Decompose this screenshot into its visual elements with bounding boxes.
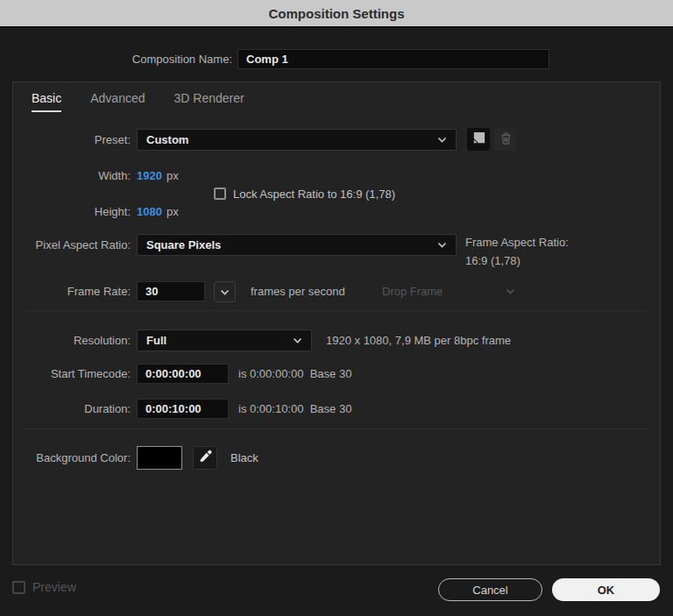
preview-row: Preview — [12, 580, 76, 594]
chevron-down-icon — [437, 137, 447, 143]
resolution-label: Resolution: — [13, 334, 131, 347]
pixel-aspect-ratio-dropdown[interactable]: Square Pixels — [137, 234, 457, 256]
dialog-titlebar: Composition Settings — [0, 0, 673, 28]
width-label: Width: — [13, 169, 131, 182]
preset-value: Custom — [146, 133, 188, 146]
duration-row: Duration: is 0:00:10:00 Base 30 — [13, 399, 351, 419]
preview-checkbox[interactable] — [12, 581, 25, 594]
resolution-dropdown[interactable]: Full — [137, 329, 312, 351]
tab-basic[interactable]: Basic — [32, 91, 61, 112]
frame-rate-dropdown-button[interactable] — [214, 281, 236, 302]
pixel-aspect-ratio-value: Square Pixels — [146, 238, 221, 251]
duration-info: is 0:00:10:00 Base 30 — [238, 402, 351, 415]
chevron-down-icon — [506, 288, 515, 294]
eyedropper-button[interactable] — [193, 446, 217, 470]
frame-rate-unit: frames per second — [251, 285, 345, 298]
preset-dropdown[interactable]: Custom — [137, 129, 457, 151]
settings-panel: Basic Advanced 3D Renderer Preset: Custo… — [12, 81, 661, 565]
composition-name-label: Composition Name: — [0, 53, 232, 66]
duration-label: Duration: — [13, 402, 131, 415]
background-color-row: Background Color: Black — [13, 445, 259, 470]
dialog-title: Composition Settings — [269, 6, 405, 21]
tab-3d-renderer[interactable]: 3D Renderer — [174, 91, 244, 112]
delete-preset-button[interactable] — [494, 128, 517, 151]
lock-aspect-label: Lock Aspect Ratio to 16:9 (1,78) — [233, 188, 395, 201]
chevron-down-icon — [220, 285, 230, 298]
chevron-down-icon — [293, 337, 302, 343]
frame-rate-row: Frame Rate: frames per second — [13, 280, 345, 302]
section-divider — [23, 428, 650, 429]
frame-rate-label: Frame Rate: — [13, 285, 131, 298]
height-label: Height: — [13, 205, 131, 218]
start-timecode-info: is 0:00:00:00 Base 30 — [238, 367, 351, 380]
preset-row: Preset: Custom — [13, 128, 517, 151]
lock-aspect-checkbox[interactable] — [214, 188, 226, 200]
width-unit: px — [166, 169, 179, 182]
cancel-button[interactable]: Cancel — [438, 578, 542, 601]
chevron-down-icon — [437, 242, 447, 248]
composition-name-row: Composition Name: — [0, 49, 673, 69]
background-color-name: Black — [230, 451, 259, 464]
section-divider — [23, 310, 650, 311]
drop-frame-dropdown: Drop Frame — [382, 280, 515, 302]
background-color-label: Background Color: — [13, 451, 131, 464]
save-preset-button[interactable] — [467, 128, 490, 151]
duration-input[interactable] — [137, 399, 229, 419]
resolution-row: Resolution: Full 1920 x 1080, 7,9 MB per… — [13, 329, 511, 351]
trash-icon — [499, 131, 513, 148]
resolution-info: 1920 x 1080, 7,9 MB per 8bpc frame — [326, 334, 511, 347]
pixel-aspect-ratio-label: Pixel Aspect Ratio: — [13, 238, 131, 251]
height-row: Height: 1080 px — [13, 202, 179, 220]
start-timecode-input[interactable] — [137, 364, 229, 384]
width-row: Width: 1920 px — [13, 166, 179, 184]
frame-rate-input[interactable] — [137, 281, 205, 301]
height-value[interactable]: 1080 — [137, 205, 162, 218]
tab-advanced[interactable]: Advanced — [90, 91, 145, 112]
frame-aspect-ratio-value: 16:9 (1,78) — [465, 251, 569, 270]
start-timecode-label: Start Timecode: — [13, 367, 131, 380]
height-unit: px — [166, 205, 179, 218]
lock-aspect-row: Lock Aspect Ratio to 16:9 (1,78) — [214, 186, 395, 202]
drop-frame-label: Drop Frame — [382, 285, 443, 298]
resolution-value: Full — [146, 334, 166, 347]
pixel-aspect-ratio-row: Pixel Aspect Ratio: Square Pixels — [13, 233, 457, 256]
tab-bar: Basic Advanced 3D Renderer — [32, 91, 244, 112]
preset-label: Preset: — [13, 133, 131, 146]
background-color-swatch[interactable] — [137, 446, 182, 470]
ok-button[interactable]: OK — [552, 578, 660, 601]
composition-name-input[interactable] — [237, 49, 549, 69]
frame-aspect-ratio-info: Frame Aspect Ratio: 16:9 (1,78) — [465, 233, 569, 270]
preview-label: Preview — [32, 580, 76, 594]
save-preset-icon — [471, 131, 486, 148]
width-value[interactable]: 1920 — [137, 169, 162, 182]
frame-aspect-ratio-label: Frame Aspect Ratio: — [465, 233, 569, 251]
eyedropper-icon — [198, 450, 212, 466]
start-timecode-row: Start Timecode: is 0:00:00:00 Base 30 — [13, 364, 351, 384]
